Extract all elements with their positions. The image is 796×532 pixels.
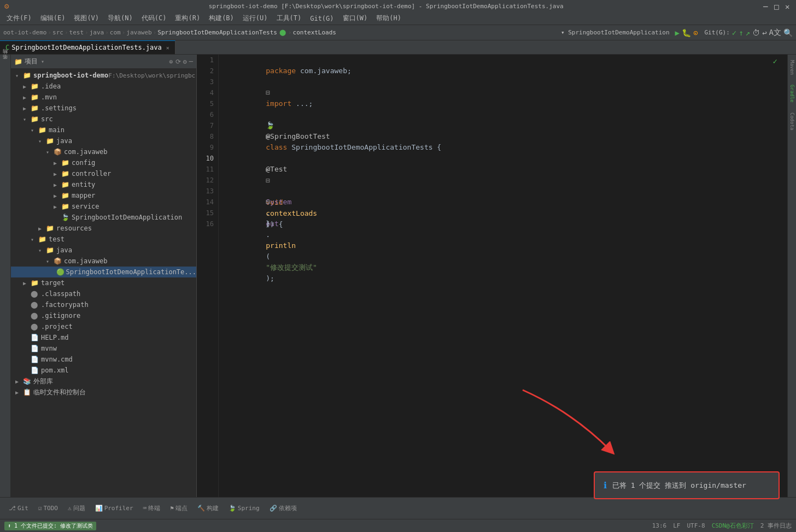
menu-item-refactor[interactable]: 重构(R) (171, 13, 204, 24)
menu-item-view[interactable]: 视图(V) (69, 13, 103, 24)
menu-item-tools[interactable]: 工具(T) (272, 13, 306, 24)
fold-icon-13[interactable]: ⊟ (266, 198, 270, 206)
tree-item-settings[interactable]: ▶ 📁 .settings (11, 103, 196, 114)
minimize-button[interactable]: ─ (763, 3, 770, 9)
bottom-tab-terminal[interactable]: ⌨ 终端 (139, 503, 165, 514)
close-button[interactable]: ✕ (785, 3, 792, 9)
tree-view: ▾ 📁 springboot-iot-demo F:\Desktop\work\… (11, 69, 196, 497)
tree-item-help[interactable]: 📄 HELP.md (11, 332, 196, 343)
git-history-icon[interactable]: ⏱ (752, 28, 760, 37)
tree-item-config[interactable]: ▶ 📁 config (11, 157, 196, 168)
breadcrumb-java[interactable]: java (90, 29, 104, 36)
fold-icon-10[interactable]: ⊟ (266, 176, 270, 185)
coverage-button[interactable]: ⊙ (693, 28, 698, 37)
gradle-tab[interactable]: Gradle (788, 80, 796, 107)
menu-item-build[interactable]: 构建(B) (204, 13, 238, 24)
tree-item-test[interactable]: ▾ 📁 test (11, 234, 196, 245)
bottom-tab-todo[interactable]: ☑ TODO (34, 503, 62, 513)
breadcrumb-src[interactable]: src (52, 29, 63, 36)
tree-item-external[interactable]: ▶ 📚 外部库 (11, 376, 196, 387)
bottom-tab-spring[interactable]: 🍃 Spring (224, 503, 264, 513)
tree-item-factorypath[interactable]: ⬤ .factorypath (11, 299, 196, 310)
left-strip-icon-2[interactable]: 书签 (1, 62, 10, 64)
tree-item-target[interactable]: ▶ 📁 target (11, 277, 196, 288)
code-editor[interactable]: ✓ 1 2 3 4 5 6 7 8 9 10 11 12 13 14 15 16 (197, 55, 787, 497)
tree-item-service[interactable]: ▶ 📁 service (11, 201, 196, 212)
tree-item-src[interactable]: ▾ 📁 src (11, 114, 196, 125)
breadcrumb-test[interactable]: test (69, 29, 84, 36)
bottom-tab-deps[interactable]: 🔗 依赖项 (265, 503, 301, 514)
run-button[interactable]: ▶ (675, 28, 680, 37)
tree-item-entity[interactable]: ▶ 📁 entity (11, 179, 196, 190)
panel-icon-sync[interactable]: ⟳ (175, 58, 181, 66)
breadcrumb-method[interactable]: contextLoads (293, 29, 336, 36)
tree-item-mvn[interactable]: ▶ 📁 .mvn (11, 92, 196, 103)
tree-item-mapper[interactable]: ▶ 📁 mapper (11, 190, 196, 201)
mvnw-icon: 📄 (31, 345, 39, 352)
tree-item-mvnw[interactable]: 📄 mvnw (11, 343, 196, 354)
tree-item-pom[interactable]: 📄 pom.xml (11, 365, 196, 376)
panel-icon-add[interactable]: ⊕ (169, 58, 173, 66)
tree-label-classpath: .classpath (41, 290, 80, 298)
tree-item-test-package[interactable]: ▾ 📦 com.javaweb (11, 256, 196, 267)
tree-item-springapp[interactable]: 🍃 SpringbootIotDemoApplication (11, 212, 196, 223)
panel-icon-minimize[interactable]: ─ (189, 58, 193, 66)
bottom-tab-profiler[interactable]: 📊 Profiler (91, 503, 138, 513)
menu-item-code[interactable]: 代码(C) (137, 13, 171, 24)
menu-item-edit[interactable]: 编辑(E) (36, 13, 70, 24)
git-back-icon[interactable]: ↩ (762, 28, 766, 37)
tree-item-idea[interactable]: ▶ 📁 .idea (11, 81, 196, 92)
tree-label-help: HELP.md (41, 334, 69, 341)
todo-tab-label: TODO (44, 505, 58, 512)
tree-label-test: test (49, 235, 65, 243)
breadcrumb-javaweb[interactable]: javaweb (126, 29, 151, 36)
tree-item-mvnw-cmd[interactable]: 📄 mvnw.cmd (11, 354, 196, 365)
fold-icon-7[interactable]: ▶ (266, 132, 270, 140)
menu-item-run[interactable]: 运行(U) (238, 13, 272, 24)
debug-button[interactable]: 🐛 (682, 28, 691, 37)
bottom-tab-problems[interactable]: ⚠ 问题 (63, 503, 90, 514)
left-strip-icon-1[interactable]: 结构 (1, 57, 10, 59)
tree-item-test-file[interactable]: 🟢 SpringbootIotDemoApplicationTe... (11, 267, 196, 277)
tree-item-scratch[interactable]: ▶ 📋 临时文件和控制台 (11, 387, 196, 398)
resources-folder-icon: 📁 (46, 224, 55, 232)
panel-dropdown[interactable]: ▾ (41, 58, 44, 64)
commit-badge[interactable]: ⬆ 1 个文件已提交: 修改了测试类 (4, 522, 96, 530)
tree-item-java[interactable]: ▾ 📁 java (11, 135, 196, 146)
tree-arrow-entity: ▶ (54, 182, 61, 188)
run-gutter-icon[interactable]: ▶ (266, 166, 270, 173)
breadcrumb-root[interactable]: oot-iot-demo (3, 29, 46, 36)
bottom-tab-build[interactable]: 🔨 构建 (193, 503, 223, 514)
tree-item-resources[interactable]: ▶ 📁 resources (11, 223, 196, 234)
breadcrumb-com[interactable]: com (110, 29, 121, 36)
menu-item-help[interactable]: 帮助(H) (372, 13, 406, 24)
tab-main-file[interactable]: C SpringbootIotDemoApplicationTests.java… (0, 40, 175, 54)
translate-icon[interactable]: A文 (769, 28, 781, 38)
git-up-icon[interactable]: ↑ (739, 28, 743, 37)
git-check-icon[interactable]: ✓ (732, 28, 736, 37)
menu-item-window[interactable]: 窗口(W) (338, 13, 372, 24)
git-arrow-icon[interactable]: ↗ (746, 28, 750, 37)
menu-item-git[interactable]: Git(G) (306, 14, 338, 23)
codota-tab[interactable]: Codota (788, 108, 796, 135)
menu-item-nav[interactable]: 导航(N) (103, 13, 137, 24)
maven-tab[interactable]: Maven (788, 56, 796, 79)
fold-icon[interactable]: ⊟ (266, 88, 270, 97)
tree-item-controller[interactable]: ▶ 📁 controller (11, 168, 196, 179)
tree-item-package[interactable]: ▾ 📦 com.javaweb (11, 146, 196, 157)
tree-item-main[interactable]: ▾ 📁 main (11, 125, 196, 135)
tree-item-gitignore[interactable]: ⬤ .gitignore (11, 310, 196, 321)
tree-item-test-java[interactable]: ▾ 📁 java (11, 245, 196, 256)
bottom-tab-git[interactable]: ⎇ Git (4, 503, 33, 513)
tree-item-project[interactable]: ⬤ .project (11, 321, 196, 332)
breadcrumb-class[interactable]: SpringbootIotDemoApplicationTests (157, 29, 277, 36)
panel-icon-settings[interactable]: ⚙ (183, 58, 187, 66)
code-content: 1 2 3 4 5 6 7 8 9 10 11 12 13 14 15 16 (197, 55, 787, 497)
tree-item-root[interactable]: ▾ 📁 springboot-iot-demo F:\Desktop\work\… (11, 70, 196, 81)
search-icon[interactable]: 🔍 (783, 28, 793, 37)
tab-close-button[interactable]: ✕ (166, 45, 169, 51)
menu-item-file[interactable]: 文件(F) (2, 13, 36, 24)
maximize-button[interactable]: □ (774, 3, 781, 9)
tree-item-classpath[interactable]: ⬤ .classpath (11, 288, 196, 299)
bottom-tab-endpoints[interactable]: ⚑ 端点 (166, 503, 192, 514)
